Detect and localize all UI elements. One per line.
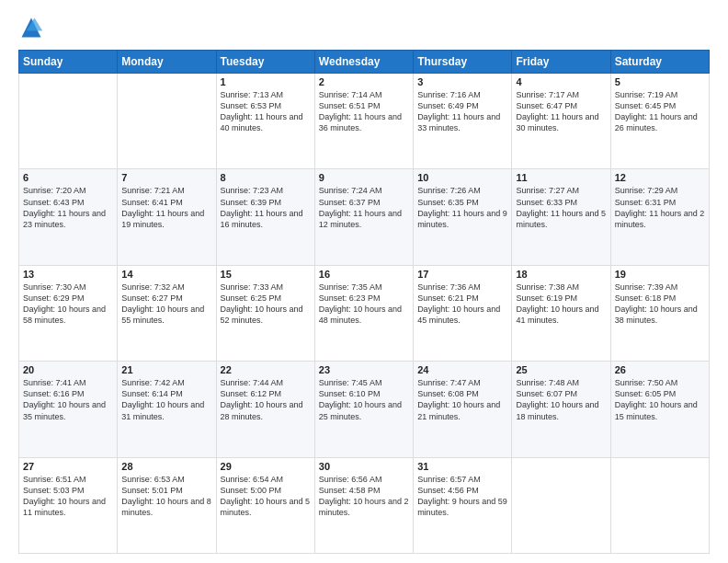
calendar-cell: 7Sunrise: 7:21 AM Sunset: 6:41 PM Daylig… bbox=[118, 169, 216, 265]
day-number: 27 bbox=[23, 461, 113, 472]
calendar-cell: 5Sunrise: 7:19 AM Sunset: 6:45 PM Daylig… bbox=[610, 74, 709, 169]
cell-content: Sunrise: 7:19 AM Sunset: 6:45 PM Dayligh… bbox=[615, 89, 705, 134]
cell-content: Sunrise: 7:16 AM Sunset: 6:49 PM Dayligh… bbox=[417, 89, 507, 134]
day-number: 16 bbox=[319, 269, 409, 280]
calendar-cell: 21Sunrise: 7:42 AM Sunset: 6:14 PM Dayli… bbox=[118, 362, 216, 457]
calendar-cell: 11Sunrise: 7:27 AM Sunset: 6:33 PM Dayli… bbox=[512, 169, 610, 265]
cell-content: Sunrise: 7:20 AM Sunset: 6:43 PM Dayligh… bbox=[23, 185, 113, 230]
day-number: 23 bbox=[319, 364, 409, 375]
cell-content: Sunrise: 7:23 AM Sunset: 6:39 PM Dayligh… bbox=[221, 185, 311, 230]
calendar-cell bbox=[118, 74, 216, 169]
calendar-week-3: 13Sunrise: 7:30 AM Sunset: 6:29 PM Dayli… bbox=[19, 265, 710, 361]
day-number: 13 bbox=[23, 269, 113, 280]
cell-content: Sunrise: 7:41 AM Sunset: 6:16 PM Dayligh… bbox=[23, 377, 113, 422]
day-number: 19 bbox=[615, 269, 705, 280]
day-number: 10 bbox=[417, 172, 507, 183]
calendar-cell: 13Sunrise: 7:30 AM Sunset: 6:29 PM Dayli… bbox=[19, 265, 118, 361]
day-number: 28 bbox=[121, 461, 211, 472]
day-number: 11 bbox=[516, 172, 606, 183]
weekday-header-tuesday: Tuesday bbox=[216, 51, 314, 74]
weekday-header-row: SundayMondayTuesdayWednesdayThursdayFrid… bbox=[19, 51, 710, 74]
weekday-header-sunday: Sunday bbox=[19, 51, 118, 74]
calendar-cell: 1Sunrise: 7:13 AM Sunset: 6:53 PM Daylig… bbox=[216, 74, 314, 169]
calendar-week-4: 20Sunrise: 7:41 AM Sunset: 6:16 PM Dayli… bbox=[19, 362, 710, 457]
day-number: 20 bbox=[23, 364, 113, 375]
cell-content: Sunrise: 7:24 AM Sunset: 6:37 PM Dayligh… bbox=[319, 185, 409, 230]
calendar-cell: 18Sunrise: 7:38 AM Sunset: 6:19 PM Dayli… bbox=[512, 265, 610, 361]
day-number: 31 bbox=[417, 461, 507, 472]
calendar-cell bbox=[512, 457, 610, 553]
calendar-cell: 30Sunrise: 6:56 AM Sunset: 4:58 PM Dayli… bbox=[314, 457, 413, 553]
cell-content: Sunrise: 7:39 AM Sunset: 6:18 PM Dayligh… bbox=[615, 282, 705, 327]
calendar-cell: 25Sunrise: 7:48 AM Sunset: 6:07 PM Dayli… bbox=[512, 362, 610, 457]
cell-content: Sunrise: 7:26 AM Sunset: 6:35 PM Dayligh… bbox=[417, 185, 507, 230]
day-number: 30 bbox=[319, 461, 409, 472]
calendar-cell: 4Sunrise: 7:17 AM Sunset: 6:47 PM Daylig… bbox=[512, 74, 610, 169]
calendar-week-1: 1Sunrise: 7:13 AM Sunset: 6:53 PM Daylig… bbox=[19, 74, 710, 169]
weekday-header-friday: Friday bbox=[512, 51, 610, 74]
day-number: 1 bbox=[221, 76, 311, 87]
calendar-cell: 12Sunrise: 7:29 AM Sunset: 6:31 PM Dayli… bbox=[610, 169, 709, 265]
calendar-week-5: 27Sunrise: 6:51 AM Sunset: 5:03 PM Dayli… bbox=[19, 457, 710, 553]
cell-content: Sunrise: 7:35 AM Sunset: 6:23 PM Dayligh… bbox=[319, 282, 409, 327]
day-number: 17 bbox=[417, 269, 507, 280]
cell-content: Sunrise: 7:44 AM Sunset: 6:12 PM Dayligh… bbox=[221, 377, 311, 422]
calendar-cell: 27Sunrise: 6:51 AM Sunset: 5:03 PM Dayli… bbox=[19, 457, 118, 553]
cell-content: Sunrise: 6:51 AM Sunset: 5:03 PM Dayligh… bbox=[23, 474, 113, 519]
cell-content: Sunrise: 7:14 AM Sunset: 6:51 PM Dayligh… bbox=[319, 89, 409, 134]
calendar-week-2: 6Sunrise: 7:20 AM Sunset: 6:43 PM Daylig… bbox=[19, 169, 710, 265]
day-number: 7 bbox=[121, 172, 211, 183]
calendar-cell: 6Sunrise: 7:20 AM Sunset: 6:43 PM Daylig… bbox=[19, 169, 118, 265]
day-number: 21 bbox=[121, 364, 211, 375]
day-number: 29 bbox=[221, 461, 311, 472]
cell-content: Sunrise: 7:47 AM Sunset: 6:08 PM Dayligh… bbox=[417, 377, 507, 422]
day-number: 24 bbox=[417, 364, 507, 375]
calendar-cell: 20Sunrise: 7:41 AM Sunset: 6:16 PM Dayli… bbox=[19, 362, 118, 457]
cell-content: Sunrise: 6:53 AM Sunset: 5:01 PM Dayligh… bbox=[121, 474, 211, 519]
calendar-cell: 15Sunrise: 7:33 AM Sunset: 6:25 PM Dayli… bbox=[216, 265, 314, 361]
day-number: 14 bbox=[121, 269, 211, 280]
weekday-header-thursday: Thursday bbox=[414, 51, 512, 74]
cell-content: Sunrise: 7:48 AM Sunset: 6:07 PM Dayligh… bbox=[516, 377, 606, 422]
calendar-cell: 14Sunrise: 7:32 AM Sunset: 6:27 PM Dayli… bbox=[118, 265, 216, 361]
cell-content: Sunrise: 7:13 AM Sunset: 6:53 PM Dayligh… bbox=[221, 89, 311, 134]
calendar-cell: 22Sunrise: 7:44 AM Sunset: 6:12 PM Dayli… bbox=[216, 362, 314, 457]
cell-content: Sunrise: 6:56 AM Sunset: 4:58 PM Dayligh… bbox=[319, 474, 409, 519]
calendar-table: SundayMondayTuesdayWednesdayThursdayFrid… bbox=[18, 50, 710, 554]
calendar-cell bbox=[19, 74, 118, 169]
calendar-cell: 24Sunrise: 7:47 AM Sunset: 6:08 PM Dayli… bbox=[414, 362, 512, 457]
day-number: 8 bbox=[221, 172, 311, 183]
weekday-header-wednesday: Wednesday bbox=[314, 51, 413, 74]
cell-content: Sunrise: 7:21 AM Sunset: 6:41 PM Dayligh… bbox=[121, 185, 211, 230]
day-number: 26 bbox=[615, 364, 705, 375]
logo bbox=[18, 15, 48, 40]
page: SundayMondayTuesdayWednesdayThursdayFrid… bbox=[0, 0, 728, 563]
cell-content: Sunrise: 7:29 AM Sunset: 6:31 PM Dayligh… bbox=[615, 185, 705, 230]
day-number: 3 bbox=[417, 76, 507, 87]
day-number: 15 bbox=[221, 269, 311, 280]
weekday-header-monday: Monday bbox=[118, 51, 216, 74]
day-number: 12 bbox=[615, 172, 705, 183]
calendar-cell: 10Sunrise: 7:26 AM Sunset: 6:35 PM Dayli… bbox=[414, 169, 512, 265]
cell-content: Sunrise: 7:30 AM Sunset: 6:29 PM Dayligh… bbox=[23, 282, 113, 327]
calendar-cell: 23Sunrise: 7:45 AM Sunset: 6:10 PM Dayli… bbox=[314, 362, 413, 457]
calendar-cell: 19Sunrise: 7:39 AM Sunset: 6:18 PM Dayli… bbox=[610, 265, 709, 361]
day-number: 22 bbox=[221, 364, 311, 375]
calendar-cell: 26Sunrise: 7:50 AM Sunset: 6:05 PM Dayli… bbox=[610, 362, 709, 457]
calendar-cell: 31Sunrise: 6:57 AM Sunset: 4:56 PM Dayli… bbox=[414, 457, 512, 553]
day-number: 6 bbox=[23, 172, 113, 183]
calendar-cell bbox=[610, 457, 709, 553]
calendar-cell: 17Sunrise: 7:36 AM Sunset: 6:21 PM Dayli… bbox=[414, 265, 512, 361]
cell-content: Sunrise: 7:38 AM Sunset: 6:19 PM Dayligh… bbox=[516, 282, 606, 327]
cell-content: Sunrise: 7:17 AM Sunset: 6:47 PM Dayligh… bbox=[516, 89, 606, 134]
day-number: 5 bbox=[615, 76, 705, 87]
cell-content: Sunrise: 6:54 AM Sunset: 5:00 PM Dayligh… bbox=[221, 474, 311, 519]
calendar-cell: 9Sunrise: 7:24 AM Sunset: 6:37 PM Daylig… bbox=[314, 169, 413, 265]
day-number: 25 bbox=[516, 364, 606, 375]
logo-icon bbox=[18, 15, 44, 40]
cell-content: Sunrise: 7:32 AM Sunset: 6:27 PM Dayligh… bbox=[121, 282, 211, 327]
calendar-cell: 3Sunrise: 7:16 AM Sunset: 6:49 PM Daylig… bbox=[414, 74, 512, 169]
calendar-cell: 2Sunrise: 7:14 AM Sunset: 6:51 PM Daylig… bbox=[314, 74, 413, 169]
day-number: 9 bbox=[319, 172, 409, 183]
weekday-header-saturday: Saturday bbox=[610, 51, 709, 74]
